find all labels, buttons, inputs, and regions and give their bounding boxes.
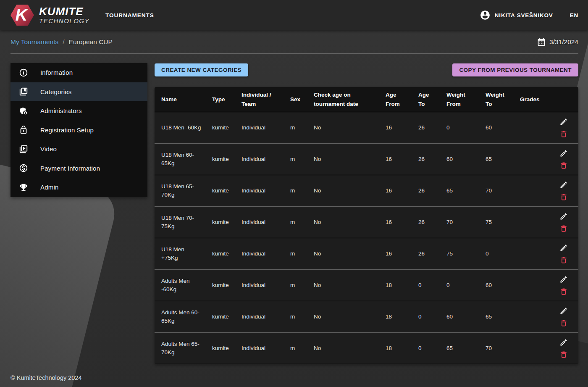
edit-category-button[interactable] xyxy=(559,181,568,189)
delete-category-button[interactable] xyxy=(559,224,568,233)
sidebar-item-categories[interactable]: Categories xyxy=(10,82,147,102)
sidebar-item-administrators[interactable]: Administrators xyxy=(10,101,147,121)
cell-name: U18 Men 70-75Kg xyxy=(155,207,205,238)
info-icon xyxy=(18,68,29,78)
category-row: Adults Men 60-65Kg kumite Individual m N… xyxy=(155,301,578,333)
cell-age-to: 26 xyxy=(412,207,440,238)
sidebar-item-admin[interactable]: Admin xyxy=(10,178,147,197)
edit-category-button[interactable] xyxy=(559,338,568,347)
category-row: U18 Men -60Kg kumite Individual m No 16 … xyxy=(155,112,578,144)
cell-weight-from: 70 xyxy=(440,207,479,238)
cell-individual-team: Individual xyxy=(235,144,284,175)
cell-weight-to: 60 xyxy=(479,270,513,301)
column-header: Individual / Team xyxy=(235,87,284,112)
edit-category-button[interactable] xyxy=(559,244,568,252)
cell-age-to: 26 xyxy=(412,112,440,144)
copy-from-previous-tournament-button[interactable]: COPY FROM PREVIOUS TOURNAMENT xyxy=(452,63,578,76)
cell-grades xyxy=(513,238,546,270)
cell-individual-team: Individual xyxy=(235,270,284,301)
breadcrumb-current: European CUP xyxy=(69,38,113,46)
cell-individual-team: Individual xyxy=(235,238,284,270)
edit-category-button[interactable] xyxy=(559,149,568,158)
cell-sex: m xyxy=(284,207,307,238)
brand-hexagon-icon: K xyxy=(10,5,34,26)
cell-grades xyxy=(513,175,546,207)
language-selector[interactable]: EN xyxy=(570,12,578,18)
cell-sex: m xyxy=(284,112,307,144)
column-header-actions xyxy=(546,87,578,112)
column-header: Weight To xyxy=(479,87,513,112)
sidebar: Information Categories Administrators Re… xyxy=(10,63,147,197)
delete-category-button[interactable] xyxy=(559,287,568,296)
breadcrumb-separator: / xyxy=(63,38,64,46)
delete-category-button[interactable] xyxy=(559,256,568,264)
cell-actions xyxy=(546,270,578,301)
delete-category-button[interactable] xyxy=(559,350,568,359)
edit-category-button[interactable] xyxy=(559,307,568,315)
sidebar-item-information[interactable]: Information xyxy=(10,63,147,82)
brand-logo[interactable]: K KUMITE TECHNOLOGY xyxy=(10,5,89,26)
sidebar-item-label: Admin xyxy=(40,184,59,191)
cell-sex: m xyxy=(284,238,307,270)
main-content: CREATE NEW CATEGORIES COPY FROM PREVIOUS… xyxy=(155,63,578,364)
cell-name: Adults Men -60Kg xyxy=(155,270,205,301)
cell-age-to: 26 xyxy=(412,238,440,270)
edit-category-button[interactable] xyxy=(559,212,568,221)
payment-icon xyxy=(18,163,29,173)
breadcrumb: My Tournaments / European CUP xyxy=(10,38,113,46)
brand-letter: K xyxy=(16,6,28,23)
video-library-icon xyxy=(18,144,29,154)
cell-age-from: 16 xyxy=(379,112,412,144)
sidebar-item-video[interactable]: Video xyxy=(10,140,147,159)
delete-category-button[interactable] xyxy=(559,193,568,201)
cell-age-from: 16 xyxy=(379,207,412,238)
cell-sex: m xyxy=(284,333,307,364)
cell-individual-team: Individual xyxy=(235,112,284,144)
cell-grades xyxy=(513,144,546,175)
breadcrumb-bar: My Tournaments / European CUP 3/31/2024 xyxy=(0,30,588,54)
footer: © KumiteTechnology 2024 xyxy=(10,374,81,381)
tournament-date: 3/31/2024 xyxy=(537,38,578,46)
cell-individual-team: Individual xyxy=(235,301,284,333)
cell-grades xyxy=(513,301,546,333)
brand-subtitle: TECHNOLOGY xyxy=(39,18,89,24)
sidebar-item-label: Video xyxy=(40,145,57,153)
cell-weight-from: 0 xyxy=(440,270,479,301)
table-header-row: NameTypeIndividual / TeamSexCheck age on… xyxy=(155,87,578,112)
lock-icon xyxy=(18,125,29,135)
column-header: Age From xyxy=(379,87,412,112)
column-header: Age To xyxy=(412,87,440,112)
sidebar-item-label: Payment Information xyxy=(40,165,100,172)
cell-sex: m xyxy=(284,144,307,175)
calendar-icon xyxy=(537,38,546,46)
edit-category-button[interactable] xyxy=(559,275,568,284)
cell-check-age: No xyxy=(307,207,379,238)
cell-grades xyxy=(513,333,546,364)
delete-category-button[interactable] xyxy=(559,319,568,327)
sidebar-item-label: Registration Setup xyxy=(40,126,94,134)
cell-check-age: No xyxy=(307,175,379,207)
sidebar-item-label: Categories xyxy=(40,88,72,95)
cell-weight-from: 0 xyxy=(440,112,479,144)
cell-sex: m xyxy=(284,175,307,207)
create-new-categories-button[interactable]: CREATE NEW CATEGORIES xyxy=(155,63,248,76)
cell-weight-to: 65 xyxy=(479,301,513,333)
breadcrumb-link-my-tournaments[interactable]: My Tournaments xyxy=(10,38,58,46)
nav-tournaments[interactable]: TOURNAMENTS xyxy=(105,12,154,18)
cell-actions xyxy=(546,238,578,270)
cell-weight-to: 70 xyxy=(479,175,513,207)
delete-category-button[interactable] xyxy=(559,130,568,138)
sidebar-item-registration-setup[interactable]: Registration Setup xyxy=(10,121,147,140)
brand-name: KUMITE xyxy=(39,6,89,17)
cell-check-age: No xyxy=(307,270,379,301)
user-menu[interactable]: NIKITA SVEŠNIKOV xyxy=(480,10,553,21)
cell-name: U18 Men -60Kg xyxy=(155,112,205,144)
edit-category-button[interactable] xyxy=(559,118,568,126)
cell-age-from: 16 xyxy=(379,144,412,175)
delete-category-button[interactable] xyxy=(559,161,568,170)
cell-age-to: 0 xyxy=(412,301,440,333)
cell-age-from: 18 xyxy=(379,333,412,364)
cell-type: kumite xyxy=(205,207,235,238)
sidebar-item-payment-information[interactable]: Payment Information xyxy=(10,159,147,178)
column-header: Grades xyxy=(513,87,546,112)
